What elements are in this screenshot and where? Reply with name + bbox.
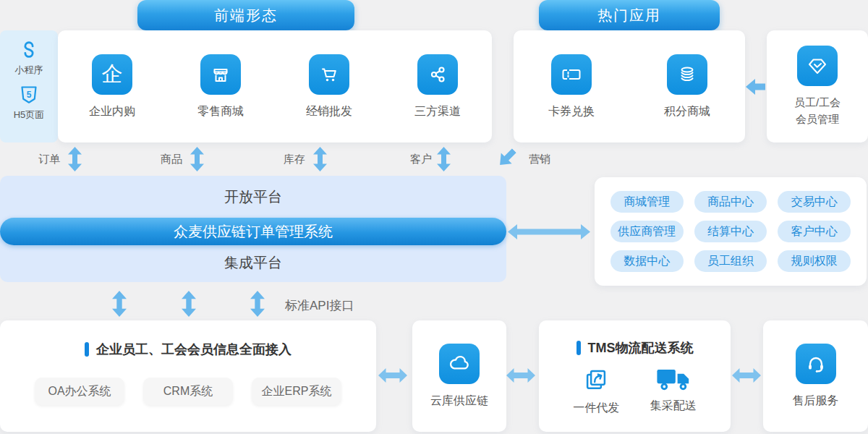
app-points-mall: 积分商城 xyxy=(664,54,710,119)
tms-item-dropship: 一件代发 xyxy=(573,366,619,416)
tms-card-title: TMS物流配送系统 xyxy=(539,339,731,357)
points-stack-icon xyxy=(667,54,707,95)
module-goods-center: 商品中心 xyxy=(694,191,767,213)
system-crm: CRM系统 xyxy=(143,378,233,405)
module-customer-center: 客户中心 xyxy=(778,221,851,242)
module-staff-org: 员工组织 xyxy=(694,250,767,272)
app-label: 卡券兑换 xyxy=(548,104,595,119)
module-mall-management: 商城管理 xyxy=(610,191,684,213)
module-settlement-center: 结算中心 xyxy=(694,221,767,242)
app-label: 三方渠道 xyxy=(414,104,461,119)
app-third-party-channel: 三方渠道 xyxy=(414,54,461,119)
app-label: 积分商城 xyxy=(664,104,710,119)
dropship-icon xyxy=(582,366,610,395)
marketing-arrow-icon xyxy=(493,143,522,172)
cloud-supply-card: 云库供应链 xyxy=(412,320,506,432)
updown-arrow-icon xyxy=(68,147,82,171)
app-label: 经销批发 xyxy=(306,104,352,119)
updown-arrow-icon xyxy=(182,289,195,318)
title-tick-icon xyxy=(576,341,581,355)
modules-card: 商城管理 商品中心 交易中心 供应商管理 结算中心 客户中心 数据中心 员工组织… xyxy=(595,177,867,286)
flow-label-stock: 库存 xyxy=(284,153,305,166)
cloud-icon xyxy=(439,344,480,384)
miniprogram-label: 小程序 xyxy=(15,64,43,77)
core-system-bar: 众麦供应链订单管理系统 xyxy=(0,218,506,245)
architecture-diagram: 前端形态 热门应用 小程序 5 H5页面 企 企业内购 xyxy=(0,0,868,434)
module-data-center: 数据中心 xyxy=(610,250,684,272)
system-oa: OA办公系统 xyxy=(35,378,124,405)
updown-arrow-icon xyxy=(313,147,327,171)
core-system-label: 众麦供应链订单管理系统 xyxy=(174,222,333,242)
leftright-arrow-icon xyxy=(508,224,590,239)
share-channel-icon xyxy=(417,54,458,95)
flow-label-customer: 客户 xyxy=(410,153,432,166)
svg-text:5: 5 xyxy=(27,90,32,100)
frontend-forms-banner: 前端形态 xyxy=(137,0,354,30)
member-diamond-icon xyxy=(797,46,838,86)
after-sales-card: 售后服务 xyxy=(763,320,868,432)
module-trade-center: 交易中心 xyxy=(778,191,851,213)
app-member-management: 员工/工会 会员管理 xyxy=(794,46,841,127)
tms-item-label: 集采配送 xyxy=(650,399,697,414)
h5-label: H5页面 xyxy=(14,109,45,122)
updown-arrow-icon xyxy=(190,147,204,171)
app-wholesale: 经销批发 xyxy=(306,54,352,119)
service-card-label: 售后服务 xyxy=(793,393,839,409)
system-erp: 企业ERP系统 xyxy=(252,378,341,405)
frontend-apps-card: 企 企业内购 零售商城 经销 xyxy=(58,30,492,142)
updown-arrow-icon xyxy=(437,147,451,171)
truck-icon xyxy=(656,366,691,393)
app-label: 员工/工会 会员管理 xyxy=(794,95,841,127)
leftright-arrow-icon xyxy=(732,368,761,383)
updown-arrow-icon xyxy=(112,289,126,318)
left-arrow-icon xyxy=(746,79,765,95)
flow-label-marketing: 营销 xyxy=(529,153,550,166)
title-tick-icon xyxy=(85,342,89,357)
flow-label-goods: 商品 xyxy=(161,153,182,166)
hot-apps-card: 卡券兑换 积分商城 xyxy=(514,30,745,142)
hr-access-card: 企业员工、工会会员信息全面接入 OA办公系统 CRM系统 企业ERP系统 xyxy=(0,320,376,432)
tms-item-delivery: 集采配送 xyxy=(650,366,697,416)
leftright-arrow-icon xyxy=(378,368,407,383)
member-management-card: 员工/工会 会员管理 xyxy=(767,30,868,142)
hot-apps-banner-label: 热门应用 xyxy=(597,6,661,25)
retail-mall-icon xyxy=(200,54,241,95)
module-supplier-management: 供应商管理 xyxy=(610,221,684,242)
tms-card: TMS物流配送系统 一件代发 xyxy=(539,320,731,432)
tms-item-label: 一件代发 xyxy=(573,401,619,416)
coupon-ticket-icon xyxy=(551,54,592,95)
enterprise-purchase-icon: 企 xyxy=(92,54,132,95)
hr-card-title: 企业员工、工会会员信息全面接入 xyxy=(0,341,376,358)
app-label: 零售商城 xyxy=(197,104,244,119)
headset-icon xyxy=(796,344,836,384)
flow-label-order: 订单 xyxy=(38,153,60,166)
standard-api-label: 标准API接口 xyxy=(285,297,354,314)
leftright-arrow-icon xyxy=(506,368,535,383)
updown-arrow-icon xyxy=(250,289,264,318)
channel-sidebar: 小程序 5 H5页面 xyxy=(0,30,58,142)
app-coupon-exchange: 卡券兑换 xyxy=(548,54,595,119)
open-platform-label: 开放平台 xyxy=(0,176,506,218)
miniprogram-icon xyxy=(18,40,40,61)
h5-icon: 5 xyxy=(17,83,41,106)
cloud-card-label: 云库供应链 xyxy=(430,393,488,409)
app-label: 企业内购 xyxy=(89,104,135,119)
app-enterprise-purchase: 企 企业内购 xyxy=(89,54,135,119)
wholesale-cart-icon xyxy=(309,54,349,95)
integration-platform-label: 集成平台 xyxy=(0,246,506,282)
module-rule-permission: 规则权限 xyxy=(778,250,851,272)
app-retail-mall: 零售商城 xyxy=(197,54,244,119)
hot-apps-banner: 热门应用 xyxy=(539,0,720,30)
frontend-forms-banner-label: 前端形态 xyxy=(214,6,278,25)
